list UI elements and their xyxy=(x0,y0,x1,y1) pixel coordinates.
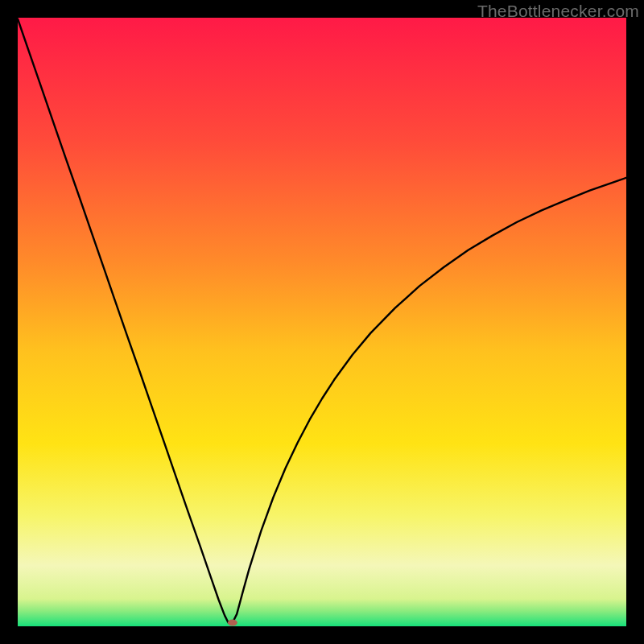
bottleneck-chart xyxy=(18,18,626,626)
watermark-label: TheBottlenecker.com xyxy=(477,2,639,21)
vertex-marker xyxy=(228,619,237,625)
chart-background xyxy=(18,18,626,626)
chart-frame xyxy=(18,18,626,626)
